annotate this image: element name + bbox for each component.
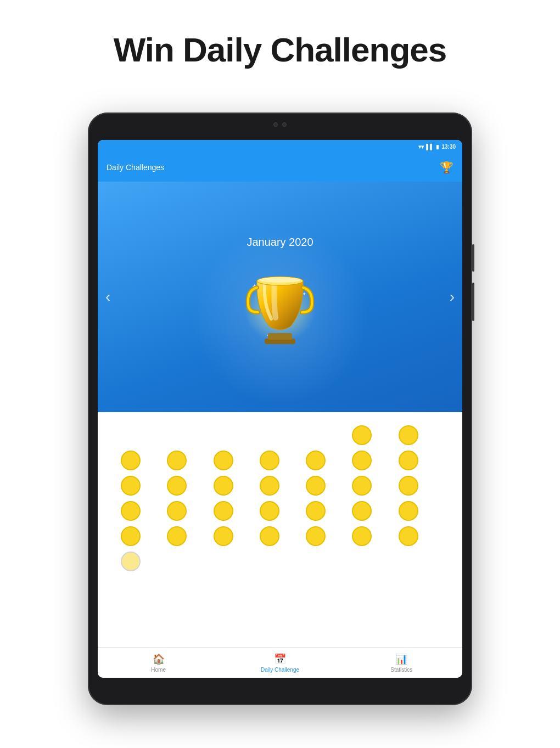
trophy-container: ✦ ✦ ✦ <box>236 257 324 358</box>
day-dot[interactable] <box>167 451 187 470</box>
day-dot[interactable] <box>306 526 326 546</box>
signal-icon: ▌▌ <box>426 144 434 150</box>
status-icons: ▾▾ ▌▌ ▮ 13:30 <box>418 144 456 150</box>
app-bar: Daily Challenges 🏆 <box>98 153 462 182</box>
day-dot[interactable] <box>121 501 141 521</box>
svg-rect-5 <box>268 333 292 340</box>
camera-dot-1 <box>273 122 278 127</box>
nav-item-statistics[interactable]: 📊Statistics <box>341 653 462 673</box>
prev-month-button[interactable]: ‹ <box>105 288 110 306</box>
day-dot[interactable] <box>260 526 279 546</box>
hero-area: ‹ January 2020 ✦ ✦ ✦ <box>98 182 462 412</box>
day-dot[interactable] <box>399 501 418 521</box>
day-dot[interactable] <box>121 526 141 546</box>
nav-item-home[interactable]: 🏠Home <box>98 653 219 673</box>
day-dot[interactable] <box>214 501 233 521</box>
tablet-camera <box>273 122 287 127</box>
nav-icon-2: 📊 <box>395 653 407 665</box>
day-dot[interactable] <box>214 451 233 470</box>
wifi-icon: ▾▾ <box>418 144 424 150</box>
nav-icon-0: 🏠 <box>153 653 165 665</box>
day-dot[interactable] <box>399 451 418 470</box>
trophy-icon-appbar[interactable]: 🏆 <box>440 161 453 174</box>
day-dot[interactable] <box>306 476 326 496</box>
calendar-area <box>98 412 462 647</box>
bottom-nav: 🏠Home📅Daily Challenge📊Statistics <box>98 647 462 678</box>
svg-point-7 <box>259 277 301 283</box>
nav-label-1: Daily Challenge <box>261 667 299 673</box>
day-dot[interactable] <box>306 552 326 571</box>
day-dot[interactable] <box>260 552 279 571</box>
status-bar: ▾▾ ▌▌ ▮ 13:30 <box>98 140 462 153</box>
day-dot[interactable] <box>214 526 233 546</box>
day-dot[interactable] <box>260 476 279 496</box>
tablet-side-btn-top <box>472 244 474 272</box>
tablet-device: ▾▾ ▌▌ ▮ 13:30 Daily Challenges 🏆 ‹ Janua… <box>88 113 472 705</box>
hero-month: January 2020 <box>247 236 313 249</box>
battery-icon: ▮ <box>436 144 439 150</box>
day-dot[interactable] <box>352 425 372 445</box>
app-bar-title: Daily Challenges <box>107 163 164 172</box>
day-dot[interactable] <box>121 476 141 496</box>
day-dot[interactable] <box>260 425 279 445</box>
tablet-screen: ▾▾ ▌▌ ▮ 13:30 Daily Challenges 🏆 ‹ Janua… <box>98 140 462 678</box>
day-dot[interactable] <box>399 425 418 445</box>
day-dot[interactable] <box>306 425 326 445</box>
day-dot[interactable] <box>167 501 187 521</box>
day-dot[interactable] <box>214 552 233 571</box>
day-dot[interactable] <box>167 476 187 496</box>
day-dot[interactable] <box>306 451 326 470</box>
day-dot[interactable] <box>121 425 141 445</box>
day-dot[interactable] <box>260 501 279 521</box>
day-dot[interactable] <box>121 451 141 470</box>
dots-grid <box>121 425 439 571</box>
day-dot[interactable] <box>352 526 372 546</box>
day-dot[interactable] <box>352 451 372 470</box>
page-title: Win Daily Challenges <box>0 0 560 86</box>
day-dot[interactable] <box>352 476 372 496</box>
day-dot[interactable] <box>167 552 187 571</box>
nav-label-2: Statistics <box>390 667 412 673</box>
day-dot[interactable] <box>352 501 372 521</box>
day-dot[interactable] <box>352 552 372 571</box>
day-dot[interactable] <box>121 552 141 571</box>
next-month-button[interactable]: › <box>450 288 455 306</box>
day-dot[interactable] <box>260 451 279 470</box>
nav-label-0: Home <box>151 667 166 673</box>
day-dot[interactable] <box>167 526 187 546</box>
day-dot[interactable] <box>214 425 233 445</box>
day-dot[interactable] <box>306 501 326 521</box>
trophy-svg: ✦ ✦ ✦ <box>236 257 324 356</box>
tablet-side-btn-mid <box>472 283 474 321</box>
day-dot[interactable] <box>399 476 418 496</box>
day-dot[interactable] <box>214 476 233 496</box>
day-dot[interactable] <box>399 552 418 571</box>
day-dot[interactable] <box>399 526 418 546</box>
day-dot[interactable] <box>167 425 187 445</box>
nav-icon-1: 📅 <box>274 653 286 665</box>
status-time: 13:30 <box>441 144 456 150</box>
camera-dot-2 <box>282 122 287 127</box>
nav-item-daily-challenge[interactable]: 📅Daily Challenge <box>219 653 340 673</box>
